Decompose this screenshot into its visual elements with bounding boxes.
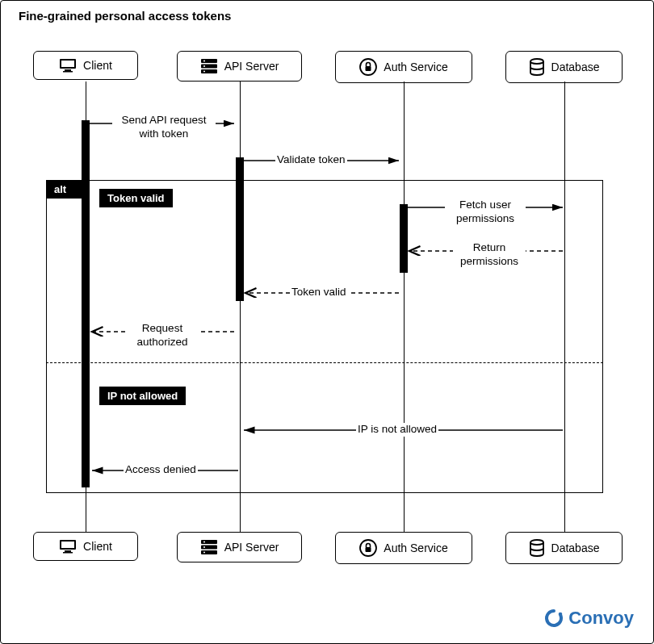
- monitor-icon: [59, 539, 77, 554]
- alt-guard-valid: Token valid: [99, 189, 173, 207]
- alt-guard-invalid: IP not allowed: [99, 387, 186, 405]
- participant-api-bottom: API Server: [177, 532, 302, 562]
- svg-point-30: [203, 552, 205, 554]
- svg-rect-24: [63, 552, 73, 554]
- participant-label: Client: [83, 540, 112, 553]
- alt-fragment: [46, 180, 603, 493]
- alt-operator-label: alt: [46, 180, 88, 199]
- svg-point-28: [203, 542, 205, 543]
- lock-icon: [359, 539, 377, 557]
- svg-rect-22: [61, 542, 74, 548]
- participant-client-bottom: Client: [33, 532, 138, 561]
- participant-label: Auth Service: [384, 542, 447, 554]
- diagram-frame: Fine-grained personal access tokens Clie…: [0, 0, 654, 644]
- brand-text: Convoy: [568, 608, 634, 629]
- participant-db-bottom: Database: [505, 532, 623, 564]
- svg-rect-23: [65, 550, 71, 552]
- svg-point-34: [559, 613, 563, 617]
- svg-point-29: [203, 546, 205, 548]
- participant-label: Database: [551, 542, 600, 554]
- msg-send-request: Send API request with token: [112, 114, 216, 141]
- svg-point-33: [530, 540, 543, 545]
- alt-divider: [46, 362, 603, 363]
- svg-rect-32: [366, 547, 371, 552]
- database-icon: [529, 539, 545, 557]
- participant-auth-bottom: Auth Service: [335, 532, 472, 564]
- convoy-icon: [544, 608, 564, 628]
- brand-logo: Convoy: [544, 608, 634, 629]
- msg-validate-token: Validate token: [275, 153, 347, 167]
- server-icon: [200, 539, 218, 555]
- participant-label: API Server: [224, 541, 279, 554]
